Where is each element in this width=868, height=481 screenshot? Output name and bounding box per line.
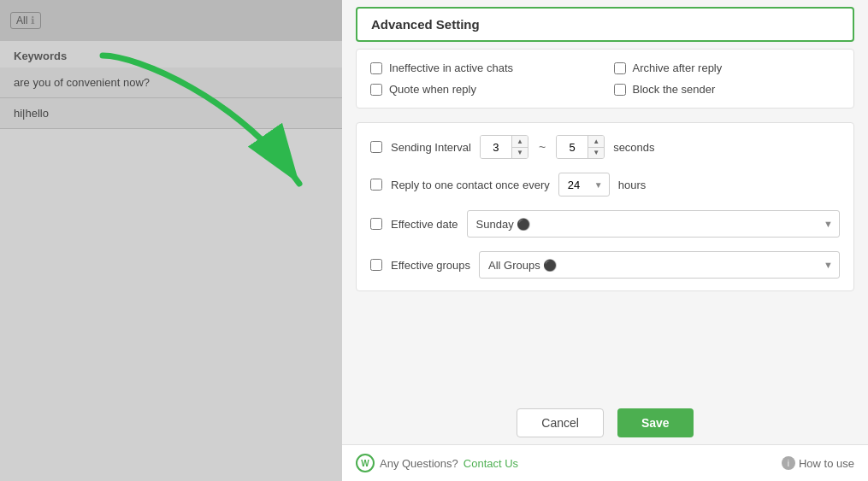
max-spinner: ▲ ▼	[588, 136, 604, 158]
effective-date-select-wrapper: Sunday ⚫ Monday Tuesday Wednesday Thursd…	[467, 210, 840, 238]
bottom-bar: W Any Questions? Contact Us i How to use	[342, 444, 868, 481]
sending-interval-min[interactable]	[481, 136, 511, 158]
effective-date-select[interactable]: Sunday ⚫ Monday Tuesday Wednesday Thursd…	[467, 210, 840, 238]
cancel-button[interactable]: Cancel	[517, 408, 604, 437]
question-text: Any Questions?	[380, 457, 458, 470]
advanced-setting-box: Advanced Setting	[356, 7, 854, 42]
effective-groups-label: Effective groups	[391, 259, 470, 272]
all-label: All	[16, 15, 27, 26]
min-down-btn[interactable]: ▼	[512, 147, 528, 158]
effective-groups-checkbox[interactable]	[370, 259, 382, 271]
all-badge[interactable]: All ℹ	[10, 12, 41, 29]
howto-label: How to use	[799, 457, 854, 470]
archive-option: Archive after reply	[614, 62, 841, 74]
block-checkbox[interactable]	[614, 84, 626, 96]
max-up-btn[interactable]: ▲	[588, 136, 604, 147]
reply-contact-select[interactable]: 1 2 4 6 8 12 24 48	[558, 173, 610, 197]
hours-label: hours	[618, 179, 647, 191]
sending-interval-min-group: ▲ ▼	[480, 135, 528, 159]
max-input-wrapper: ▲ ▼	[556, 135, 605, 159]
info-icon: ℹ	[31, 15, 35, 26]
block-option: Block the sender	[614, 83, 841, 96]
advanced-setting-title: Advanced Setting	[357, 9, 853, 40]
sending-interval-max-group: ▲ ▼	[556, 135, 605, 159]
keyword-item-1[interactable]: are you of convenient now?	[0, 67, 342, 98]
archive-label: Archive after reply	[633, 62, 723, 74]
tilde-separator: ~	[537, 140, 547, 154]
reply-contact-checkbox[interactable]	[370, 179, 382, 191]
top-bar: All ℹ	[0, 0, 342, 41]
effective-groups-select-wrapper: All Groups ⚫ ▼	[479, 251, 840, 279]
min-spinner: ▲ ▼	[511, 136, 528, 158]
min-up-btn[interactable]: ▲	[512, 136, 528, 147]
max-down-btn[interactable]: ▼	[588, 147, 604, 158]
bottom-left: W Any Questions? Contact Us	[356, 454, 518, 472]
sending-interval-max[interactable]	[557, 136, 588, 158]
reply-contact-row: Reply to one contact once every 1 2 4 6 …	[370, 173, 840, 197]
sending-interval-checkbox[interactable]	[370, 141, 382, 153]
right-panel: Advanced Setting Ineffective in active c…	[342, 0, 868, 481]
block-label: Block the sender	[633, 83, 716, 96]
reply-contact-label: Reply to one contact once every	[391, 179, 550, 191]
save-button[interactable]: Save	[617, 408, 694, 437]
quote-checkbox[interactable]	[370, 84, 382, 96]
effective-groups-row: Effective groups All Groups ⚫ ▼	[370, 251, 840, 279]
sending-interval-label: Sending Interval	[391, 141, 471, 154]
effective-groups-select[interactable]: All Groups ⚫	[479, 251, 840, 279]
keywords-label: Keywords	[0, 41, 342, 67]
min-input-wrapper: ▲ ▼	[480, 135, 528, 159]
footer-buttons: Cancel Save	[356, 408, 854, 437]
spacer	[342, 298, 868, 395]
effective-date-checkbox[interactable]	[370, 218, 382, 230]
effective-date-label: Effective date	[391, 218, 458, 231]
left-panel: All ℹ Keywords are you of convenient now…	[0, 0, 342, 481]
ineffective-checkbox[interactable]	[370, 62, 382, 74]
howto-use-link[interactable]: i How to use	[782, 456, 854, 470]
ineffective-label: Ineffective in active chats	[389, 62, 513, 74]
effective-date-row: Effective date Sunday ⚫ Monday Tuesday W…	[370, 210, 840, 238]
quote-option: Quote when reply	[370, 83, 597, 96]
keyword-item-2[interactable]: hi|hello	[0, 98, 342, 129]
howto-info-icon: i	[782, 456, 795, 470]
ineffective-option: Ineffective in active chats	[370, 62, 597, 74]
left-content: Keywords are you of convenient now? hi|h…	[0, 41, 342, 129]
seconds-label: seconds	[613, 141, 654, 154]
wati-icon: W	[356, 454, 375, 472]
reply-contact-select-wrapper: 1 2 4 6 8 12 24 48 ▼	[558, 173, 610, 197]
contact-us-link[interactable]: Contact Us	[464, 457, 518, 470]
settings-section: Sending Interval ▲ ▼ ~ ▲ ▼	[356, 122, 854, 291]
options-section: Ineffective in active chats Archive afte…	[356, 49, 854, 109]
archive-checkbox[interactable]	[614, 62, 626, 74]
quote-label: Quote when reply	[389, 83, 476, 96]
options-grid: Ineffective in active chats Archive afte…	[370, 62, 840, 96]
sending-interval-row: Sending Interval ▲ ▼ ~ ▲ ▼	[370, 135, 840, 159]
